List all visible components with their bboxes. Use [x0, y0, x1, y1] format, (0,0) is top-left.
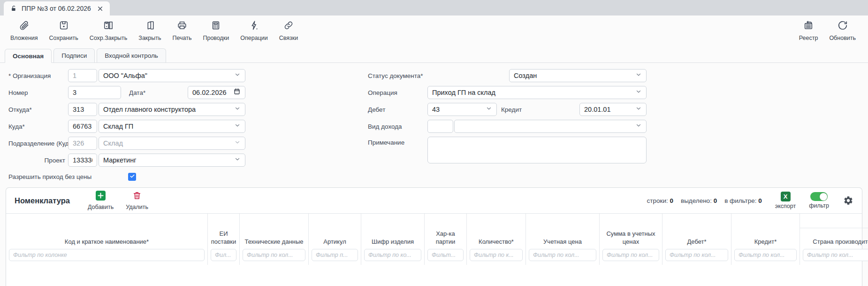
tab-signatures[interactable]: Подписи	[53, 48, 95, 62]
debit-select[interactable]: 43	[427, 103, 497, 116]
column-filter-input[interactable]	[529, 249, 596, 261]
subdivision-code-input[interactable]	[68, 137, 97, 150]
tab-main[interactable]: Основная	[5, 49, 52, 63]
column-filter-input[interactable]	[665, 249, 728, 261]
credit-select[interactable]: 20.01.01	[579, 103, 647, 116]
column-filter-input[interactable]	[364, 249, 421, 261]
lightning-dropdown-icon	[249, 20, 259, 32]
lock-open-icon	[10, 5, 17, 12]
close-icon[interactable]	[97, 6, 103, 12]
toolbar-label: Операции	[240, 35, 267, 41]
column-filter-input[interactable]	[734, 249, 797, 261]
table-header: Код и краткое наименование* ЕИ поставки …	[6, 213, 862, 265]
column-filter-input[interactable]	[243, 249, 305, 261]
note-row: Примечание	[368, 137, 647, 163]
gear-icon[interactable]	[843, 195, 853, 206]
column-filter-input[interactable]	[312, 249, 358, 261]
column-supply-unit: ЕИ поставки	[208, 214, 240, 265]
toolbar-label: Печать	[173, 35, 192, 41]
section-title: Номенклатура	[15, 196, 70, 205]
to-value: Склад ГП	[103, 123, 234, 130]
date-input[interactable]: 06.02.2026	[188, 86, 245, 99]
column-debit: Дебет*	[662, 214, 731, 265]
add-row-button[interactable]: Добавить	[88, 191, 114, 210]
toolbar-label: Сохр.Закрыть	[90, 35, 128, 41]
note-textarea[interactable]	[427, 137, 647, 163]
chevron-down-icon	[234, 105, 241, 114]
status-select[interactable]: Создан	[509, 69, 647, 82]
save-close-button[interactable]: Сохр.Закрыть	[84, 19, 133, 42]
income-type-row: Вид дохода	[368, 120, 647, 133]
column-accounting-price: Учетная цена	[526, 214, 600, 265]
to-code-input[interactable]	[68, 120, 97, 133]
from-value: Отдел главного конструктора	[103, 106, 234, 113]
project-select[interactable]: Маркетинг	[99, 154, 245, 167]
refresh-button[interactable]: Обновить	[823, 19, 861, 42]
organization-select[interactable]: ООО "Альфа"	[99, 69, 245, 82]
calendar-icon	[233, 88, 241, 97]
allow-no-price-checkbox[interactable]	[128, 173, 136, 181]
operations-button[interactable]: Операции	[235, 19, 273, 42]
nomenclature-panel: Номенклатура Добавить Удалить строки:	[6, 187, 862, 286]
project-code-input[interactable]	[68, 154, 97, 167]
column-product-cipher: Шифр изделия	[361, 214, 425, 265]
date-label: Дата*	[129, 89, 188, 96]
to-select[interactable]: Склад ГП	[99, 120, 245, 133]
from-code-input[interactable]	[68, 103, 97, 116]
postings-button[interactable]: Проводки	[197, 19, 235, 42]
operation-label: Операция	[368, 89, 427, 96]
from-label: Откуда*	[8, 106, 68, 113]
column-filter-input[interactable]	[427, 249, 464, 261]
toolbar-label: Сохранить	[49, 35, 78, 41]
from-select[interactable]: Отдел главного конструктора	[99, 103, 245, 116]
operation-value: Приход ГП на склад	[432, 89, 635, 96]
trash-icon	[132, 191, 142, 202]
links-button[interactable]: Связки	[274, 19, 304, 42]
income-type-code-input[interactable]	[427, 120, 453, 133]
registry-button[interactable]: Реестр	[793, 19, 824, 42]
calculator-icon	[211, 20, 221, 32]
subdivision-select[interactable]: Склад	[99, 137, 245, 150]
save-button[interactable]: Сохранить	[44, 19, 84, 42]
column-code-name: Код и краткое наименование*	[6, 214, 208, 265]
allow-no-price-label: Разрешить приход без цены	[8, 173, 128, 180]
toolbar-label: Реестр	[799, 35, 818, 41]
export-label: экспорт	[775, 203, 796, 209]
column-filter-input[interactable]	[9, 249, 205, 261]
column-filter-input[interactable]	[470, 249, 523, 261]
toggle-on-icon	[810, 192, 828, 201]
project-value: Маркетинг	[103, 156, 234, 164]
filter-toggle[interactable]: фильтр	[809, 192, 829, 209]
nomenclature-toolbar: Номенклатура Добавить Удалить строки:	[6, 188, 862, 213]
debit-label: Дебет	[368, 106, 427, 113]
main-form: * Организация ООО "Альфа" Номер Дата* 06…	[0, 63, 868, 181]
organization-code-input[interactable]	[68, 69, 97, 82]
chevron-down-icon	[635, 105, 642, 114]
document-tab[interactable]: ППР №3 от 06.02.2026	[4, 1, 110, 15]
registry-icon	[803, 20, 814, 32]
toolbar-label: Связки	[279, 35, 298, 41]
attachments-button[interactable]: Вложения	[5, 19, 44, 42]
filter-label: фильтр	[809, 202, 829, 209]
income-type-label: Вид дохода	[368, 123, 427, 130]
close-document-button[interactable]: Закрыть	[133, 19, 167, 42]
toolbar-label: Обновить	[829, 35, 856, 41]
column-filter-input[interactable]	[803, 249, 868, 261]
table-body-empty[interactable]	[6, 265, 862, 286]
delete-row-button[interactable]: Удалить	[126, 191, 148, 210]
column-filter-input[interactable]	[211, 249, 236, 261]
income-type-select[interactable]	[454, 120, 647, 133]
number-input[interactable]	[68, 86, 121, 99]
operation-select[interactable]: Приход ГП на склад	[427, 86, 647, 99]
document-tabstrip: ППР №3 от 06.02.2026	[0, 0, 868, 15]
status-label: Статус документа*	[368, 72, 427, 79]
chevron-down-icon	[635, 88, 642, 97]
print-button[interactable]: Печать	[167, 19, 198, 42]
filtered-counter: в фильтре: 0	[724, 197, 762, 204]
export-button[interactable]: X экспорт	[775, 192, 796, 209]
column-filter-input[interactable]	[602, 249, 659, 261]
subdivision-value: Склад	[103, 139, 234, 147]
door-icon	[145, 20, 155, 32]
tab-incoming-control[interactable]: Входной контроль	[97, 48, 166, 62]
link-icon	[283, 20, 294, 32]
